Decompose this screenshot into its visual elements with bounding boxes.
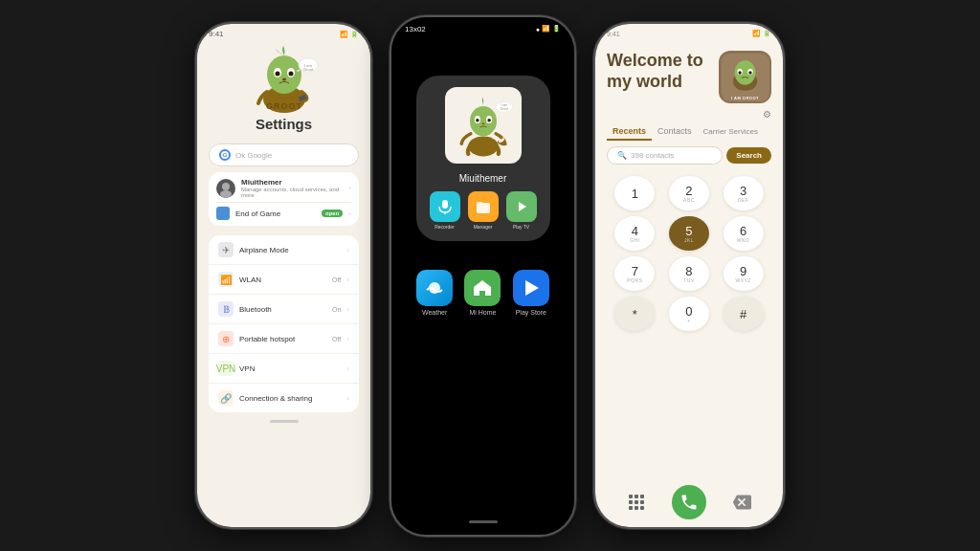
vpn-label: VPN bbox=[239, 364, 341, 373]
dial-num-6: 6 bbox=[740, 225, 746, 237]
account-row[interactable]: Miuithemer Manage accounts, cloud servic… bbox=[216, 178, 351, 198]
settings-item-hotspot[interactable]: ⊕ Portable hotspot Off › bbox=[209, 324, 359, 354]
wlan-icon: 📶 bbox=[218, 272, 234, 287]
avatar bbox=[216, 179, 235, 198]
gear-section: ⚙ bbox=[595, 109, 783, 123]
settings-list: ✈ Airplane Mode › 📶 WLAN Off › 𝔹 Bluetoo… bbox=[209, 235, 359, 412]
svg-rect-40 bbox=[629, 495, 633, 498]
svg-rect-47 bbox=[635, 506, 638, 510]
bottom-dock: Weather Mi Home Play Store bbox=[391, 270, 574, 316]
groot-corner-svg bbox=[722, 54, 769, 101]
settings-item-airplane[interactable]: ✈ Airplane Mode › bbox=[209, 235, 359, 265]
wlan-value: Off bbox=[332, 276, 341, 283]
svg-rect-41 bbox=[635, 495, 638, 498]
airplane-icon: ✈ bbox=[218, 242, 234, 257]
bottom-bar-phone bbox=[595, 477, 783, 527]
eog-arrow: › bbox=[348, 209, 351, 218]
search-icon-contacts: 🔍 bbox=[617, 151, 627, 160]
hotspot-arrow: › bbox=[346, 335, 349, 343]
dial-key-2[interactable]: 2 ABC bbox=[669, 176, 709, 210]
svg-point-12 bbox=[222, 183, 230, 190]
dial-sub-0: + bbox=[687, 318, 690, 323]
dialpad-toggle-button[interactable] bbox=[619, 485, 654, 519]
search-input-contacts[interactable]: 🔍 398 contacts bbox=[607, 146, 723, 165]
status-bar-1: 9:41 📶 🔋 bbox=[197, 24, 370, 40]
folder-app-mic[interactable]: Recorder bbox=[430, 191, 460, 230]
dial-num-8: 8 bbox=[685, 265, 692, 277]
search-placeholder-contacts: 398 contacts bbox=[631, 151, 674, 160]
dial-key-9[interactable]: 9 WXYZ bbox=[724, 256, 764, 291]
svg-rect-42 bbox=[640, 495, 644, 498]
dial-key-0[interactable]: 0 + bbox=[669, 297, 709, 331]
svg-rect-29 bbox=[477, 202, 482, 205]
weather-icon bbox=[416, 270, 453, 306]
arrow-icon: › bbox=[348, 184, 351, 192]
svg-point-6 bbox=[288, 72, 293, 77]
backspace-button[interactable] bbox=[724, 485, 759, 519]
play-icon bbox=[506, 191, 537, 222]
folder-app-play[interactable]: Play TV bbox=[506, 191, 537, 230]
bluetooth-arrow: › bbox=[346, 305, 349, 314]
connection-arrow: › bbox=[346, 394, 349, 403]
tab-recents[interactable]: Recents bbox=[607, 123, 652, 141]
dial-sub-2: ABC bbox=[683, 197, 695, 203]
call-button[interactable] bbox=[672, 485, 706, 519]
dial-key-star[interactable]: * bbox=[614, 297, 655, 331]
search-bar-settings[interactable]: G Ok Google bbox=[209, 143, 359, 166]
dial-num-3: 3 bbox=[740, 185, 746, 197]
svg-rect-46 bbox=[629, 506, 633, 510]
settings-item-wlan[interactable]: 📶 WLAN Off › bbox=[209, 265, 359, 295]
dock-app-weather[interactable]: Weather bbox=[416, 270, 453, 316]
dial-num-9: 9 bbox=[740, 265, 746, 277]
playstore-icon bbox=[513, 270, 549, 306]
settings-item-connection[interactable]: 🔗 Connection & sharing › bbox=[209, 384, 359, 412]
time-1: 9:41 bbox=[209, 30, 224, 38]
dial-num-7: 7 bbox=[632, 265, 638, 277]
dock-app-mihome[interactable]: Mi Home bbox=[464, 270, 501, 316]
dial-key-5[interactable]: 5 JKL bbox=[669, 216, 709, 251]
svg-point-13 bbox=[220, 190, 232, 198]
settings-item-bluetooth[interactable]: 𝔹 Bluetooth On › bbox=[209, 295, 359, 324]
dial-key-1[interactable]: 1 bbox=[614, 176, 655, 210]
folder-app-files[interactable]: Manager bbox=[468, 191, 499, 230]
connection-icon: 🔗 bbox=[218, 390, 234, 406]
files-label: Manager bbox=[474, 224, 493, 230]
vpn-arrow: › bbox=[346, 364, 349, 373]
playstore-label: Play Store bbox=[516, 309, 546, 316]
groot-header: GROOT bbox=[197, 40, 370, 143]
dial-key-8[interactable]: 8 TUV bbox=[669, 256, 709, 291]
settings-item-vpn[interactable]: VPN VPN › bbox=[209, 354, 359, 384]
svg-text:Groot: Groot bbox=[500, 107, 508, 111]
nav-handle-2 bbox=[469, 520, 498, 523]
search-button-contacts[interactable]: Search bbox=[726, 147, 771, 164]
folder-name: Miuithemer bbox=[428, 173, 539, 184]
dial-sub-8: TUV bbox=[683, 277, 695, 283]
dial-num-2: 2 bbox=[685, 185, 692, 197]
status-bar-3: 9:41 📶 🔋 bbox=[595, 24, 783, 39]
svg-point-18 bbox=[476, 119, 479, 122]
dock-app-playstore[interactable]: Play Store bbox=[513, 270, 549, 316]
dial-key-3[interactable]: 3 DEF bbox=[724, 176, 764, 210]
dialpad: 1 2 ABC 3 DEF 4 GHI 5 JKL 6 MNO bbox=[595, 176, 783, 331]
phone3-header: Welcome to my world I AM GROOT bbox=[595, 39, 783, 109]
welcome-line1: Welcome to bbox=[607, 51, 703, 72]
bottom-handle bbox=[197, 412, 370, 430]
mic-label: Recorder bbox=[434, 224, 455, 230]
svg-text:I am: I am bbox=[501, 102, 507, 106]
eog-row[interactable]: End of Game open › bbox=[216, 202, 351, 220]
account-name: Miuithemer bbox=[241, 178, 343, 187]
dial-key-6[interactable]: 6 MNO bbox=[724, 216, 764, 251]
groot-image-1: GROOT bbox=[241, 44, 327, 116]
gear-icon[interactable]: ⚙ bbox=[763, 109, 771, 120]
bottom-nav-2 bbox=[391, 520, 574, 535]
dial-key-7[interactable]: 7 PQRS bbox=[614, 256, 655, 291]
dial-key-4[interactable]: 4 GHI bbox=[614, 216, 655, 251]
phone-settings: 9:41 📶 🔋 GROOT bbox=[195, 22, 372, 529]
app-folder[interactable]: I am Groot Miuithemer Recorder bbox=[416, 76, 550, 241]
tab-contacts[interactable]: Contacts bbox=[652, 123, 698, 141]
svg-marker-32 bbox=[525, 280, 539, 296]
dial-key-hash[interactable]: # bbox=[724, 297, 764, 331]
time-3: 9:41 bbox=[607, 31, 620, 37]
tab-carrier[interactable]: Carrier Services bbox=[698, 124, 764, 141]
status-icons-1: 📶 🔋 bbox=[340, 31, 359, 38]
